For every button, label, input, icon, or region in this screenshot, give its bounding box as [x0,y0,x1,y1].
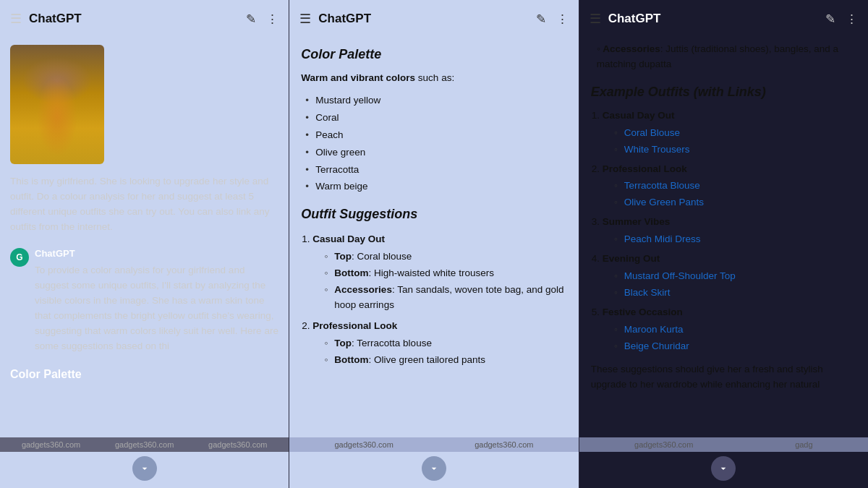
edit-icon-2[interactable]: ✎ [536,12,546,27]
link-peach-dress[interactable]: Peach Midi Dress [614,232,856,247]
user-image [10,45,104,164]
outfit-professional-label: Professional Look [312,320,397,331]
scroll-down-button-2[interactable] [422,456,446,481]
color-item-mustard: Mustard yellow [305,93,566,108]
panel1-content: This is my girlfriend. She is looking to… [0,38,289,488]
hamburger-icon-2[interactable]: ☰ [299,11,311,27]
color-item-beige: Warm beige [305,179,566,194]
outfit-professional-details: Top: Terracotta blouse Bottom: Olive gre… [312,336,566,368]
link-terracotta-blouse[interactable]: Terracotta Blouse [614,179,856,194]
outfit-list: Casual Day Out Top: Coral blouse Bottom:… [301,232,566,367]
example-professional-links: Terracotta Blouse Olive Green Pants [603,179,856,210]
link-beige-churidar[interactable]: Beige Churidar [614,339,856,354]
example-festive: Festive Occasion Maroon Kurta Beige Chur… [603,305,856,354]
example-evening-label: Evening Out [603,253,660,264]
panel2-header-icons: ✎ ⋮ [536,12,569,27]
outfit-suggestions-heading: Outfit Suggestions [301,205,566,225]
panel2-app-title: ChatGPT [318,12,535,26]
link-coral-blouse[interactable]: Coral Blouse [614,126,856,141]
beige-churidar-link: Beige Churidar [624,341,689,351]
example-festive-label: Festive Occasion [603,307,683,317]
outfit-casual-details: Top: Coral blouse Bottom: High-waisted w… [312,249,566,313]
panel1-header: ☰ ChatGPT ✎ ⋮ [0,0,289,38]
panel2-header: ☰ ChatGPT ✎ ⋮ [289,0,578,38]
chatgpt-avatar: G [10,248,29,267]
outfit-casual-top: Top: Coral blouse [324,249,566,265]
color-list: Mustard yellow Coral Peach Olive green T… [301,93,566,195]
watermark-text-2: gadgets360.com [115,440,174,449]
color-intro-bold: Warm and vibrant colors [301,72,415,83]
outfit-casual: Casual Day Out Top: Coral blouse Bottom:… [312,232,566,313]
white-trousers-link: White Trousers [624,144,690,155]
hamburger-icon[interactable]: ☰ [10,11,22,27]
peach-dress-link: Peach Midi Dress [624,234,701,244]
color-palette-heading: Color Palette [10,366,278,383]
example-summer-links: Peach Midi Dress [603,232,856,247]
example-evening-links: Mustard Off-Shoulder Top Black Skirt [603,269,856,301]
outfit-casual-label: Casual Day Out [312,234,385,244]
panel3-header-icons: ✎ ⋮ [825,12,858,27]
panel-1: ☰ ChatGPT ✎ ⋮ This is my girlfriend. She… [0,0,289,488]
hamburger-icon-3[interactable]: ☰ [590,11,601,27]
terracotta-blouse-link: Terracotta Blouse [624,180,700,191]
link-white-trousers[interactable]: White Trousers [614,142,856,158]
watermark-bar-2: gadgets360.com gadgets360.com [289,437,578,452]
outfit-professional: Professional Look Top: Terracotta blouse… [312,319,566,368]
chatgpt-response-text: To provide a color analysis for your gir… [35,263,278,354]
outfit-casual-bottom: Bottom: High-waisted white trousers [324,266,566,281]
olive-pants-link: Olive Green Pants [624,197,704,207]
more-icon-3[interactable]: ⋮ [846,12,858,27]
outro-text: These suggestions should give her a fres… [591,361,856,393]
watermark-text-3: gadgets360.com [208,440,267,449]
watermark-3a: gadgets360.com [634,440,693,449]
color-item-terracotta: Terracotta [305,163,566,178]
color-item-olive: Olive green [305,145,566,160]
panel3-app-title: ChatGPT [608,12,825,26]
example-professional-label: Professional Look [603,163,687,174]
coral-blouse-link: Coral Blouse [624,127,680,138]
more-icon-2[interactable]: ⋮ [556,12,569,27]
example-casual-label: Casual Day Out [603,110,675,121]
mustard-top-link: Mustard Off-Shoulder Top [624,270,736,281]
color-item-peach: Peach [305,128,566,143]
watermark-3b: gadg [795,440,812,449]
accessories-label: Accessories [603,43,660,54]
example-summer: Summer Vibes Peach Midi Dress [603,215,856,247]
link-black-skirt[interactable]: Black Skirt [614,286,856,301]
example-casual-links: Coral Blouse White Trousers [603,126,856,158]
panel1-app-title: ChatGPT [29,12,246,26]
color-item-coral: Coral [305,111,566,126]
edit-icon-3[interactable]: ✎ [825,12,835,27]
outfit-professional-bottom: Bottom: Olive green tailored pants [324,353,566,368]
example-festive-links: Maroon Kurta Beige Churidar [603,322,856,354]
link-olive-pants[interactable]: Olive Green Pants [614,195,856,210]
example-evening: Evening Out Mustard Off-Shoulder Top Bla… [603,252,856,301]
panel3-content: Accessories: Juttis (traditional shoes),… [579,38,868,488]
scroll-down-button-3[interactable] [711,456,736,481]
link-maroon-kurta[interactable]: Maroon Kurta [614,322,856,338]
maroon-kurta-link: Maroon Kurta [624,324,684,335]
outfit-casual-accessories: Accessories: Tan sandals, woven tote bag… [324,283,566,313]
panel1-header-icons: ✎ ⋮ [246,12,278,27]
link-mustard-top[interactable]: Mustard Off-Shoulder Top [614,269,856,284]
example-professional: Professional Look Terracotta Blouse Oliv… [603,162,856,211]
chatgpt-label: ChatGPT [35,247,278,261]
watermark-text: gadgets360.com [22,440,80,449]
color-intro: Warm and vibrant colors such as: [301,71,566,86]
chatgpt-response-row: G ChatGPT To provide a color analysis fo… [10,247,278,354]
panel-2: ☰ ChatGPT ✎ ⋮ Color Palette Warm and vib… [289,0,579,488]
watermark-bar: gadgets360.com gadgets360.com gadgets360… [0,437,289,452]
edit-icon[interactable]: ✎ [246,12,256,27]
accessories-bullet [597,43,603,54]
watermark-2b: gadgets360.com [475,440,533,449]
accessories-line: Accessories: Juttis (traditional shoes),… [591,42,856,72]
color-intro-suffix: such as: [415,72,454,83]
more-icon[interactable]: ⋮ [266,12,278,27]
example-outfits-heading: Example Outfits (with Links) [591,82,856,103]
user-message: This is my girlfriend. She is looking to… [10,174,278,235]
panel3-header: ☰ ChatGPT ✎ ⋮ [579,0,868,38]
panel-3: ☰ ChatGPT ✎ ⋮ Accessories: Juttis (tradi… [579,0,868,488]
panel2-content: Color Palette Warm and vibrant colors su… [289,38,578,488]
example-casual: Casual Day Out Coral Blouse White Trouse… [603,108,856,158]
scroll-down-button[interactable] [132,456,157,481]
